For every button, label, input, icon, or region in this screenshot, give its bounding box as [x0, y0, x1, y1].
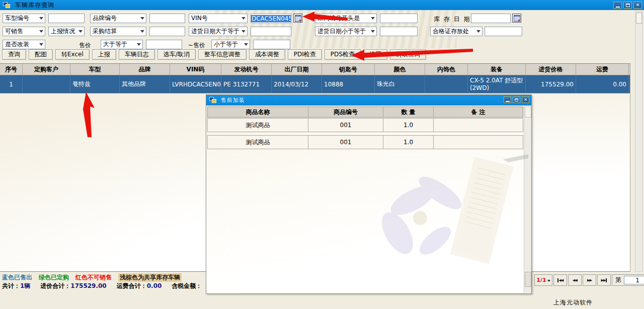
col-header: VIN码 [170, 64, 221, 75]
chevron-down-icon [39, 17, 43, 22]
cert-location-input[interactable] [485, 27, 522, 36]
chevron-down-icon [78, 30, 83, 35]
table-row[interactable]: 测试商品 001 1.0 [207, 118, 523, 132]
pdi-check-button[interactable]: PDI检查 [288, 49, 322, 60]
vehicle-info-adjust-button[interactable]: 整车信息调整 [198, 49, 247, 60]
minimize-icon[interactable] [504, 96, 511, 103]
minimize-icon[interactable] [613, 2, 622, 9]
purchase-total-label: 进价合计： [40, 282, 70, 289]
summary-bar: 共计：1辆 进价合计：175529.00 运费合计：0.00 含税金额： [2, 282, 212, 290]
lookup-grid-icon[interactable] [293, 14, 302, 23]
chevron-down-icon [371, 17, 375, 22]
calendar-icon[interactable] [512, 14, 521, 23]
legend-shared: 浅棕色为共享库存车辆 [118, 273, 182, 282]
scrollbar-thumb[interactable] [525, 272, 531, 287]
model-no-filter-combo[interactable]: 车型编号 [3, 14, 45, 23]
page-number-input[interactable] [624, 276, 644, 284]
brand-no-filter-combo[interactable]: 品牌编号 [90, 14, 146, 23]
vin-selected-text: DCAC5EN045998 [251, 15, 291, 22]
table-row[interactable]: 测试商品 001 1.0 [207, 135, 523, 149]
close-icon[interactable]: ✕ [522, 96, 529, 103]
brand-no-input[interactable] [149, 14, 185, 23]
dropdown-triangle-icon [547, 280, 550, 283]
query-button[interactable]: 查询 [2, 49, 26, 60]
price-gte-combo[interactable]: 大于等于 [101, 40, 143, 49]
pds-check-button[interactable]: PDS检查 [325, 49, 361, 60]
purchase-settle-input[interactable] [149, 27, 185, 36]
prev-page-button[interactable]: ◀◀ [568, 274, 582, 286]
col-header: 装备 [468, 64, 526, 75]
chevron-down-icon [242, 30, 246, 35]
last-page-button[interactable]: ▶▶ [597, 274, 611, 286]
col-header: 出厂日期 [272, 64, 322, 75]
sellable-filter-combo[interactable]: 可销售 [3, 27, 45, 36]
model-no-input[interactable] [48, 14, 85, 23]
dept-prefix-filter-combo[interactable]: 部门编号开头是 [315, 14, 377, 23]
report-button[interactable]: 上报 [92, 49, 116, 60]
col-header: 定购客户 [23, 64, 70, 75]
vehicle-inventory-window: { "window": { "title": "车辆库存查询", "close_… [0, 0, 644, 309]
col-header: 发动机号 [221, 64, 272, 75]
stock-date-input[interactable] [471, 14, 511, 23]
report-status-filter-combo[interactable]: 上报情况 [48, 27, 85, 36]
scrollbar-top-box [525, 107, 531, 118]
next-page-button[interactable]: ▶▶ [583, 274, 596, 286]
first-page-button[interactable]: ◀◀ [553, 274, 567, 286]
legend-sold: 蓝色已售出 [2, 273, 32, 282]
maximize-icon[interactable] [623, 2, 632, 9]
col-header: 车型 [70, 64, 120, 75]
app-icon [209, 97, 217, 104]
freight-total-label: 运费合计： [117, 282, 147, 289]
tax-amount-label: 含税金额： [172, 282, 202, 289]
chevron-down-icon [140, 30, 144, 35]
col-header: 品牌 [120, 64, 170, 75]
chevron-down-icon [39, 30, 43, 35]
vin-filter-combo[interactable]: VIN号 [189, 14, 248, 23]
vehicle-log-button[interactable]: 车辆日志 [119, 49, 155, 60]
color-legend: 蓝色已售出 绿色已定购 红色不可销售 浅棕色为共享库存车辆 [2, 273, 182, 282]
purchase-total-value: 175529.00 [70, 282, 106, 289]
price-lte-input[interactable] [253, 40, 290, 49]
dialog-title: 售前加装 [221, 96, 245, 104]
col-header: 备 注 [434, 107, 523, 117]
price-lte-combo[interactable]: 小于等于 [211, 40, 250, 49]
preinstall-query-button[interactable]: 前装查询 [390, 49, 426, 60]
close-icon[interactable]: ✕ [633, 2, 642, 9]
chevron-down-icon [140, 17, 144, 22]
window-title: 车辆库存查询 [15, 1, 54, 10]
col-header: 商品编号 [308, 107, 383, 117]
cost-adjust-button[interactable]: 成本调整 [249, 49, 285, 60]
indate-gte-input[interactable] [251, 27, 291, 36]
cert-location-filter-combo[interactable]: 合格证存放处 [430, 27, 482, 36]
dept-prefix-input[interactable] [380, 14, 418, 23]
export-excel-button[interactable]: 转Excel [55, 49, 90, 60]
scrollbar-thumb[interactable] [636, 13, 642, 24]
col-header: 钥匙号 [322, 64, 375, 75]
main-vertical-scrollbar[interactable] [635, 11, 643, 272]
chevron-down-icon [476, 30, 480, 35]
indate-gte-filter-combo[interactable]: 进货日期大于等于 [189, 27, 248, 36]
vin-input[interactable]: DCAC5EN045998 [251, 14, 291, 23]
freight-total-value: 0.00 [147, 282, 162, 289]
page-indicator[interactable]: 1/1 [534, 274, 552, 286]
dialog-vertical-scrollbar[interactable] [524, 107, 531, 293]
refit-filter-combo[interactable]: 是否改装 [3, 40, 45, 49]
maximize-icon[interactable] [513, 96, 520, 103]
indate-lte-input[interactable] [380, 27, 418, 36]
vendor-label: 上海元动软件 [553, 298, 593, 307]
page-prefix-label: 第 [615, 276, 621, 284]
indate-lte-filter-combo[interactable]: 进货日期小于等于 [315, 27, 377, 36]
price-gte-input[interactable] [146, 40, 182, 49]
chevron-down-icon [371, 30, 375, 35]
legend-ordered: 绿色已定购 [39, 273, 69, 282]
col-header: 颜色 [375, 64, 425, 75]
select-cancel-button[interactable]: 选车/取消 [157, 49, 196, 60]
purchase-settle-filter-combo[interactable]: 采购结算 [90, 27, 146, 36]
table-row-selected[interactable]: 1 曼特兹 其他品牌 LVRHDCAC5EN04 PE 3132771 2014… [0, 75, 630, 93]
filter-panel: 车型编号 品牌编号 VIN号 DCAC5EN045998 部门编号开头是 库 存… [0, 10, 644, 49]
legend-unsellable: 红色不可销售 [75, 273, 112, 282]
col-header: 运费 [576, 64, 629, 75]
picture-button[interactable]: 配图 [29, 49, 53, 60]
settings-button[interactable]: 设置 [363, 49, 387, 60]
title-bar: 车辆库存查询 ✕ [0, 0, 644, 10]
